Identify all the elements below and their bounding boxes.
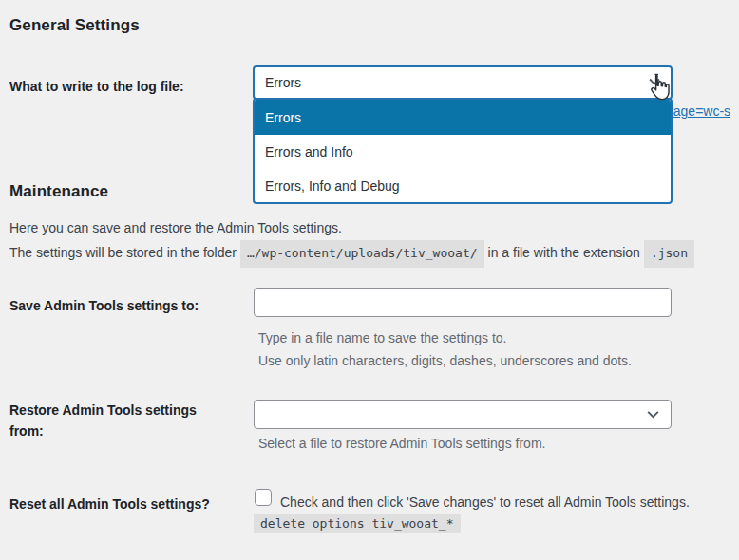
log-file-label: What to write to the log file: — [9, 76, 184, 97]
reset-settings-label: Reset all Admin Tools settings? — [9, 494, 210, 514]
maintenance-intro-line2: The settings will be stored in the folde… — [9, 240, 731, 268]
dropdown-option-errors-and-info[interactable]: Errors and Info — [255, 135, 671, 169]
extension-code: .json — [644, 240, 694, 268]
save-settings-help2: Use only latin characters, digits, dashe… — [258, 349, 632, 372]
folder-path-code: …/wp-content/uploads/tiv_wooat/ — [240, 240, 484, 268]
log-file-select[interactable]: Errors — [253, 65, 673, 100]
dropdown-option-errors[interactable]: Errors — [255, 100, 671, 135]
intro-line2-prefix: The settings will be stored in the folde… — [9, 245, 237, 260]
reset-code-container: delete options tiv_wooat_* — [254, 514, 461, 533]
wc-settings-partial-link[interactable]: page=wc-s — [666, 103, 730, 119]
reset-options-code: delete options tiv_wooat_* — [254, 514, 461, 533]
maintenance-intro: Here you can save and restore the Admin … — [9, 216, 731, 268]
dropdown-option-errors-info-and-debug[interactable]: Errors, Info and Debug — [255, 169, 671, 203]
maintenance-heading: Maintenance — [9, 182, 108, 201]
log-file-select-dropdown: Errors Errors and Info Errors, Info and … — [253, 98, 673, 204]
restore-settings-select[interactable] — [254, 400, 672, 429]
general-settings-heading: General Settings — [9, 16, 140, 35]
chevron-down-icon — [645, 406, 661, 425]
settings-page: General Settings What to write to the lo… — [0, 0, 739, 560]
intro-line2-middle: in a file with the extension — [488, 245, 640, 260]
maintenance-intro-line1: Here you can save and restore the Admin … — [9, 216, 731, 239]
restore-settings-help: Select a file to restore Admin Tools set… — [258, 432, 545, 455]
restore-settings-label: Restore Admin Tools settings from: — [9, 400, 230, 441]
save-settings-label: Save Admin Tools settings to: — [9, 295, 199, 316]
reset-settings-description: Check and then click 'Save changes' to r… — [280, 491, 736, 513]
reset-settings-checkbox[interactable] — [255, 489, 272, 506]
chevron-down-icon — [647, 74, 662, 92]
save-settings-input[interactable] — [254, 288, 672, 317]
log-file-select-value: Errors — [265, 75, 301, 90]
save-settings-help1: Type in a file name to save the settings… — [258, 327, 506, 349]
